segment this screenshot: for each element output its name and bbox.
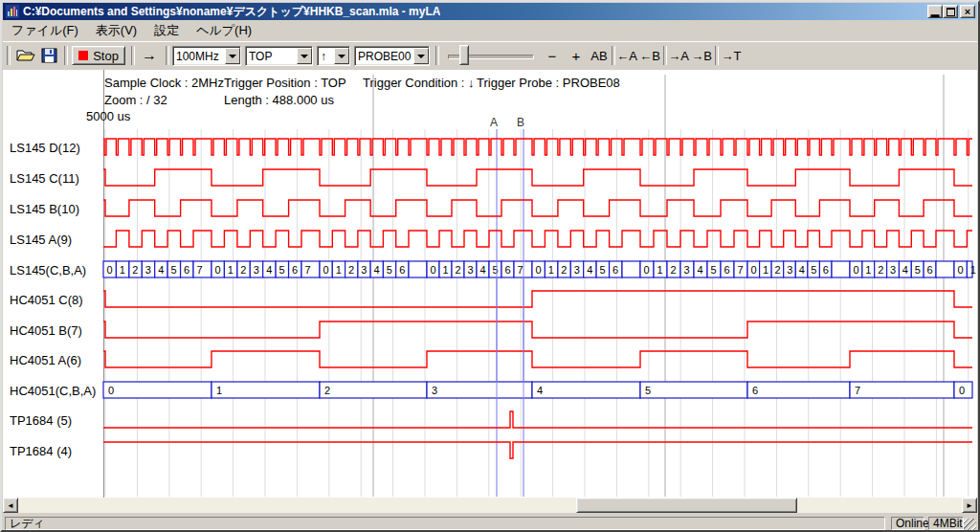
bus-cell xyxy=(532,382,640,398)
bus-cell xyxy=(409,261,427,277)
status-online: Online xyxy=(891,517,924,530)
bus-value: 0 xyxy=(643,264,649,276)
bus-cell xyxy=(427,382,532,398)
bus-value: 1 xyxy=(865,264,871,276)
bus-value: 5 xyxy=(492,264,498,276)
bus-value: 5 xyxy=(279,264,285,276)
waveform-ls145-b-10- xyxy=(103,200,972,216)
waveform-hc4051-b-7- xyxy=(103,321,972,338)
waveform-plot[interactable]: AB01234567012345670123456012345670123456… xyxy=(2,2,980,532)
bus-value: 4 xyxy=(537,385,543,396)
bus-value: 7 xyxy=(855,385,860,396)
bus-value: 0 xyxy=(106,264,112,276)
bus-value: 7 xyxy=(196,264,202,276)
bus-value: 2 xyxy=(561,264,567,276)
bus-value: 3 xyxy=(890,264,896,276)
bus-value: 2 xyxy=(240,264,246,276)
bus-value: 2 xyxy=(878,264,883,276)
app-window: C:¥Documents and Settings¥noname¥デスクトップ¥… xyxy=(0,0,980,532)
waveform-tp1684-4- xyxy=(103,442,972,458)
bus-value: 2 xyxy=(132,264,138,276)
bus-value: 0 xyxy=(430,264,435,276)
bus-value: 6 xyxy=(292,264,298,276)
waveform-tp1684-5- xyxy=(103,411,972,428)
bus-value: 6 xyxy=(823,264,829,276)
bus-cell xyxy=(832,261,850,277)
bus-value: 4 xyxy=(479,264,485,276)
bus-value: 6 xyxy=(724,264,729,276)
bus-value: 0 xyxy=(750,264,756,276)
bus-value: 0 xyxy=(214,264,220,276)
bus-value: 6 xyxy=(752,385,758,396)
bus-cell xyxy=(850,382,954,398)
bus-value: 6 xyxy=(504,264,510,276)
bus-cell xyxy=(640,382,747,398)
bus-value: 3 xyxy=(467,264,473,276)
bus-value: 0 xyxy=(957,264,963,276)
bus-cell xyxy=(936,261,954,277)
scrollbar-thumb[interactable] xyxy=(576,498,797,513)
bus-value: 7 xyxy=(304,264,310,276)
bus-value: 3 xyxy=(145,264,151,276)
bus-value: 6 xyxy=(184,264,189,276)
bus-value: 7 xyxy=(517,264,523,276)
bus-value: 1 xyxy=(228,264,234,276)
waveform-ls145-c-11- xyxy=(103,169,972,186)
bus-value: 3 xyxy=(432,385,437,396)
bus-value: 2 xyxy=(670,264,676,276)
scroll-right-button[interactable]: ► xyxy=(962,498,977,513)
bus-value: 2 xyxy=(348,264,354,276)
bus-value: 1 xyxy=(548,264,554,276)
bus-value: 2 xyxy=(324,385,330,396)
bus-value: 3 xyxy=(574,264,580,276)
resize-grip[interactable] xyxy=(964,519,976,531)
bus-value: 3 xyxy=(787,264,792,276)
bus-value: 2 xyxy=(775,264,781,276)
bus-value: 5 xyxy=(171,264,177,276)
bus-value: 0 xyxy=(108,385,114,396)
cursor-a-label: A xyxy=(490,116,498,129)
bus-cell xyxy=(747,382,850,398)
bus-value: 5 xyxy=(387,264,392,276)
bus-value: 5 xyxy=(645,385,651,396)
horizontal-scrollbar[interactable]: ◄ ► xyxy=(3,498,977,513)
bus-value: 1 xyxy=(970,264,976,276)
bus-value: 4 xyxy=(902,264,908,276)
bus-cell xyxy=(103,382,212,398)
bus-value: 5 xyxy=(600,264,606,276)
bus-value: 4 xyxy=(158,264,164,276)
scroll-left-button[interactable]: ◄ xyxy=(3,498,18,513)
bus-value: 4 xyxy=(697,264,702,276)
bus-value: 2 xyxy=(455,264,460,276)
waveform-hc4051-a-6- xyxy=(103,351,972,367)
status-memory: 4MBit xyxy=(928,517,964,530)
bus-cell xyxy=(622,261,640,277)
bus-value: 1 xyxy=(336,264,342,276)
status-ready: レディ xyxy=(5,517,885,530)
bus-value: 1 xyxy=(216,385,222,396)
bus-value: 1 xyxy=(763,264,768,276)
bus-value: 1 xyxy=(120,264,125,276)
waveform-ls145-d-strobe xyxy=(103,139,972,155)
bus-value: 0 xyxy=(959,385,965,396)
bus-value: 5 xyxy=(915,264,921,276)
bus-value: 1 xyxy=(442,264,448,276)
cursor-b-label: B xyxy=(517,116,524,129)
bus-value: 5 xyxy=(811,264,816,276)
bus-value: 3 xyxy=(683,264,689,276)
status-bar: レディ Online 4MBit xyxy=(3,515,977,532)
bus-value: 0 xyxy=(535,264,541,276)
bus-cell xyxy=(320,382,427,398)
bus-value: 1 xyxy=(657,264,662,276)
bus-value: 4 xyxy=(799,264,805,276)
bus-value: 5 xyxy=(710,264,716,276)
bus-value: 3 xyxy=(361,264,367,276)
bus-value: 4 xyxy=(266,264,272,276)
bus-value: 3 xyxy=(254,264,259,276)
bus-value: 0 xyxy=(853,264,858,276)
waveform-ls145-a-9- xyxy=(103,231,972,247)
bus-value: 6 xyxy=(612,264,618,276)
bus-value: 0 xyxy=(323,264,328,276)
bus-value: 4 xyxy=(374,264,380,276)
bus-cell xyxy=(212,382,320,398)
